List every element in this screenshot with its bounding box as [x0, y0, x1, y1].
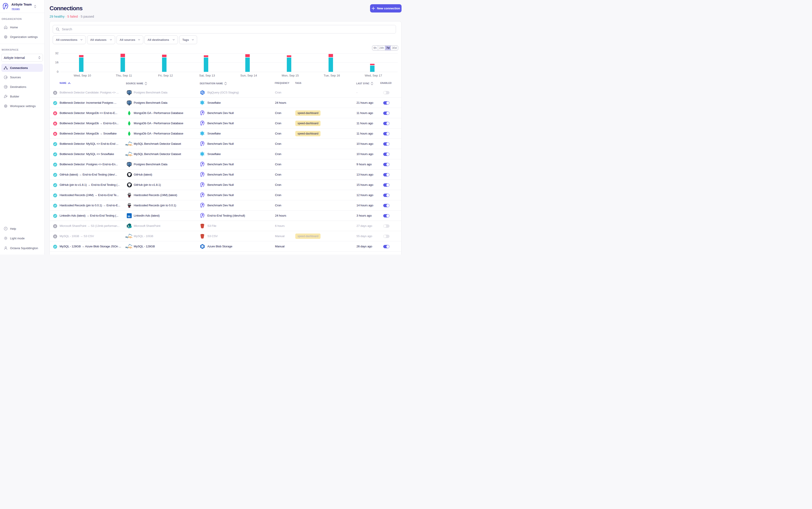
svg-text:SQL.: SQL.	[128, 154, 133, 156]
svg-text:?: ?	[5, 228, 6, 230]
svg-text:My: My	[125, 236, 128, 238]
svg-text:SQL.: SQL.	[128, 246, 133, 248]
svg-text:My: My	[125, 154, 128, 156]
svg-text:S: S	[127, 225, 129, 227]
svg-text:My: My	[125, 144, 128, 146]
svg-text:in: in	[128, 214, 130, 218]
svg-text:SQL.: SQL.	[128, 144, 133, 146]
svg-text:01: 01	[202, 247, 203, 247]
svg-text:My: My	[125, 246, 128, 248]
svg-text:SQL.: SQL.	[128, 236, 133, 238]
